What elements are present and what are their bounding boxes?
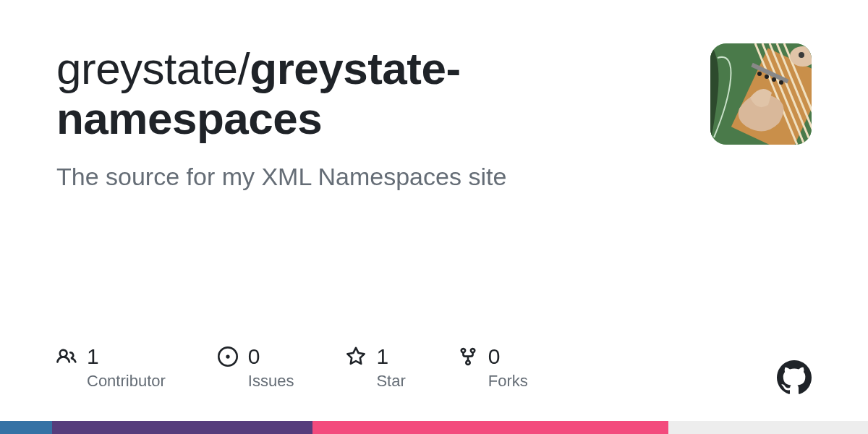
forks-label: Forks — [458, 372, 528, 391]
repo-owner: greystate — [56, 43, 238, 93]
svg-point-9 — [765, 75, 769, 79]
stars-label: Star — [346, 372, 405, 391]
svg-point-11 — [779, 80, 783, 85]
svg-point-8 — [757, 72, 762, 76]
language-segment — [0, 421, 52, 434]
repo-description: The source for my XML Namespaces site — [56, 161, 678, 194]
issues-label: Issues — [218, 372, 294, 391]
star-icon — [346, 346, 366, 367]
contributors-count: 1 — [87, 344, 99, 369]
stat-issues: 0 Issues — [218, 344, 294, 391]
language-segment — [312, 421, 668, 434]
repo-social-card: greystate/greystate-namespaces — [0, 0, 868, 434]
repo-name-hyphen: - — [446, 43, 460, 93]
repo-separator: / — [238, 43, 250, 93]
language-segment — [52, 421, 312, 434]
language-bar — [0, 421, 868, 434]
repo-name-part1: greystate — [250, 43, 446, 93]
contributors-label: Contributor — [56, 372, 166, 391]
repo-title: greystate/greystate-namespaces — [56, 43, 678, 144]
title-row: greystate/greystate-namespaces — [56, 43, 812, 145]
stats-row: 1 Contributor 0 Issues 1 Star — [56, 344, 528, 391]
people-icon — [56, 346, 77, 367]
issues-count: 0 — [248, 344, 260, 369]
issue-icon — [218, 346, 238, 367]
card-content: greystate/greystate-namespaces — [56, 43, 812, 194]
stat-contributors: 1 Contributor — [56, 344, 166, 391]
stars-count: 1 — [376, 344, 388, 369]
avatar — [710, 43, 812, 145]
stat-stars: 1 Star — [346, 344, 405, 391]
svg-point-10 — [772, 77, 776, 82]
svg-point-13 — [799, 52, 804, 58]
repo-name-part2: namespaces — [56, 93, 322, 143]
forks-count: 0 — [488, 344, 501, 369]
github-logo-icon — [777, 360, 812, 395]
language-segment — [668, 421, 868, 434]
fork-icon — [458, 346, 478, 367]
stat-forks: 0 Forks — [458, 344, 528, 391]
